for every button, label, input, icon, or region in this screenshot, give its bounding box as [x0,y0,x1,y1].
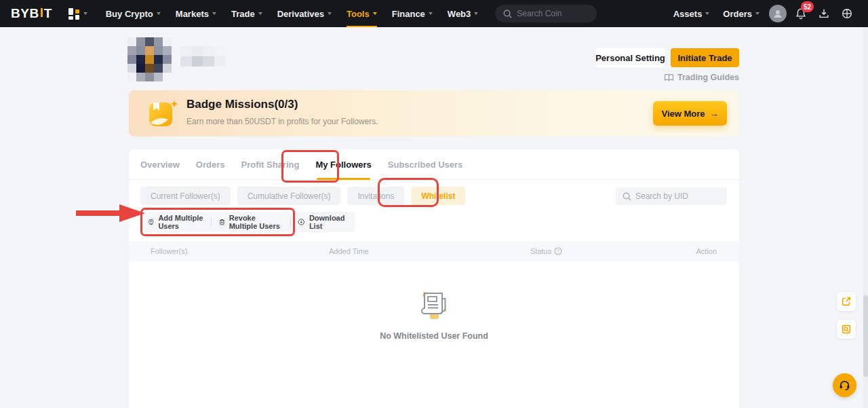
page: BYBT Buy Crypto Markets Trade Derivative… [0,0,868,408]
share-floating-button[interactable] [837,292,856,311]
nav-item-derivatives[interactable]: Derivatives [270,0,339,27]
avatar [127,37,172,81]
chevron-down-icon [83,12,87,15]
subtab-label: Invitations [357,191,394,201]
empty-document-icon [415,284,453,323]
subtab-invitations[interactable]: Invitations [347,187,404,205]
arrow-right-icon: → [710,109,719,119]
revoke-multiple-users-label: Revoke Multiple Users [229,214,283,230]
download-circle-icon [298,217,304,227]
tab-subscribed-users[interactable]: Subscribed Users [380,160,471,179]
download-list-label: Download List [309,214,347,230]
trading-guides-link[interactable]: Trading Guides [664,73,739,82]
download-app-button[interactable] [812,0,835,27]
tab-bar: Overview Orders Profit Sharing My Follow… [129,149,739,180]
download-icon [818,7,830,20]
headset-icon [838,379,851,392]
trash-icon [219,217,225,227]
search-uid-input[interactable]: Search by UID [616,187,727,205]
nav-item-web3[interactable]: Web3 [440,0,486,27]
language-button[interactable] [835,0,859,27]
empty-state: No Whitelisted User Found [129,284,739,341]
tab-label: Orders [196,160,225,170]
nav-item-assets[interactable]: Assets [667,0,717,27]
initiate-trade-button[interactable]: Initiate Trade [671,48,739,67]
column-status-label: Status [530,247,551,255]
nav-item-label: Tools [347,9,370,19]
badge-book-icon [144,96,180,134]
subtab-label: Whitelist [421,191,455,201]
logo-orange-bar [41,8,43,17]
chevron-down-icon [373,12,377,15]
add-multiple-users-label: Add Multiple Users [158,214,203,230]
revoke-multiple-users-button[interactable]: Revoke Multiple Users [212,212,290,232]
search-icon [623,192,631,201]
personal-setting-button[interactable]: Personal Setting [595,48,665,67]
tab-label: Profit Sharing [241,160,299,170]
subtab-whitelist[interactable]: Whitelist [411,187,465,205]
nav-item-label: Buy Crypto [106,9,153,19]
apps-menu-button[interactable] [52,8,87,20]
chevron-down-icon [755,12,760,15]
nav-item-label: Derivatives [277,9,324,19]
subtab-cumulative-followers[interactable]: Cumulative Follower(s) [237,187,341,205]
search-coin-input[interactable]: Search Coin [495,5,597,22]
logo-text-right: T [44,6,52,21]
support-button[interactable] [833,373,856,397]
followers-card: Overview Orders Profit Sharing My Follow… [129,149,739,408]
chevron-down-icon [474,12,478,15]
whitelist-toolbar: Add Multiple Users Revoke Multiple Users… [140,212,355,232]
scrollbar-thumb[interactable] [863,295,868,377]
nav-item-orders[interactable]: Orders [716,0,766,27]
bybit-logo[interactable]: BYBT [11,6,52,21]
nav-item-label: Orders [723,9,752,19]
chevron-down-icon [429,12,433,15]
external-link-icon [841,296,852,307]
chevron-down-icon [705,12,709,15]
view-more-button[interactable]: View More → [653,101,727,126]
tab-my-followers[interactable]: My Followers [307,160,379,179]
tab-profit-sharing[interactable]: Profit Sharing [233,160,307,179]
top-nav: BYBT Buy Crypto Markets Trade Derivative… [0,0,868,27]
tab-label: Subscribed Users [388,160,463,170]
trading-guides-label: Trading Guides [677,73,739,82]
tab-overview[interactable]: Overview [132,160,188,179]
question-circle-icon[interactable]: ? [554,247,562,255]
tab-label: Overview [140,160,180,170]
nav-item-trade[interactable]: Trade [224,0,270,27]
preview-floating-button[interactable] [837,320,856,339]
tab-label: My Followers [315,160,371,170]
column-followers: Follower(s) [151,247,187,255]
apps-grid-icon [68,8,80,20]
chevron-down-icon [212,12,216,15]
chevron-down-icon [328,12,332,15]
column-action: Action [696,247,717,255]
nav-right: Assets Orders 52 [667,0,859,27]
banner-subtitle: Earn more than 50USDT in profits for you… [186,117,378,126]
nav-item-label: Trade [231,9,255,19]
tab-orders[interactable]: Orders [188,160,233,179]
profile-avatar-button[interactable] [766,0,789,27]
column-added-time: Added Time [329,247,369,255]
content-column: Personal Setting Initiate Trade Trading … [129,27,739,408]
chevron-down-icon [157,12,161,15]
chevron-down-icon [258,12,262,15]
add-multiple-users-button[interactable]: Add Multiple Users [140,212,211,232]
subtab-label: Current Follower(s) [151,191,220,201]
nav-item-tools[interactable]: Tools [339,0,384,27]
avatar-icon [769,5,787,22]
logo-text-left: BYB [11,6,39,21]
notifications-button[interactable]: 52 [789,0,812,27]
book-icon [664,73,674,82]
subtab-label: Cumulative Follower(s) [248,191,331,201]
badge-missions-banner: Badge Missions(0/3) Earn more than 50USD… [129,90,739,136]
view-more-label: View More [661,109,705,119]
nav-menu: Buy Crypto Markets Trade Derivatives Too… [98,0,486,27]
nav-item-finance[interactable]: Finance [384,0,440,27]
scrollbar-track[interactable] [863,27,868,408]
nav-item-markets[interactable]: Markets [168,0,224,27]
nav-item-buy-crypto[interactable]: Buy Crypto [98,0,168,27]
download-list-button[interactable]: Download List [290,212,355,232]
subtab-current-followers[interactable]: Current Follower(s) [140,187,231,205]
search-placeholder: Search Coin [517,9,561,18]
